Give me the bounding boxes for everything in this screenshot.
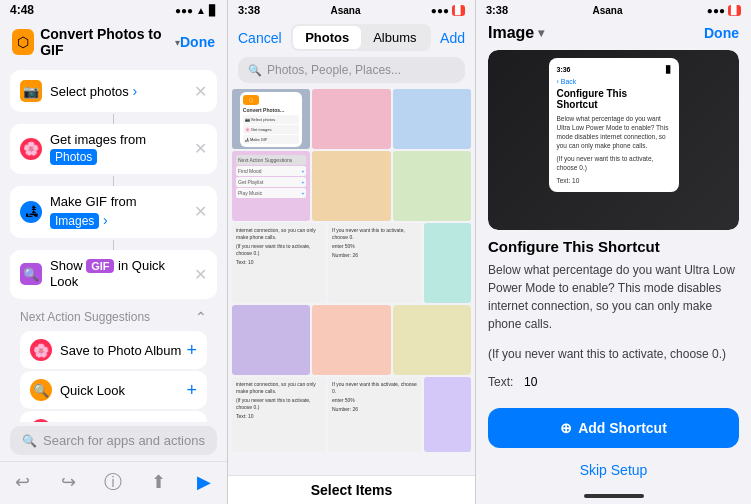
- preview-battery: ▊: [666, 66, 671, 74]
- add-suggestion-1-button[interactable]: +: [186, 340, 197, 361]
- photo-row-1: ⬡ Convert Photos... 📷 Select photos 🌸 Ge…: [232, 89, 471, 149]
- configure-input-row: Text: 10: [488, 375, 739, 389]
- done-button[interactable]: Done: [180, 34, 215, 50]
- configure-text-value[interactable]: 10: [524, 375, 537, 389]
- shortcut-app-icon: ⬡: [12, 29, 34, 55]
- close-icon-1[interactable]: ✕: [194, 82, 207, 101]
- suggestions-label: Next Action Suggestions: [20, 310, 150, 324]
- redo-icon[interactable]: ↪: [54, 468, 82, 496]
- close-icon-4[interactable]: ✕: [194, 265, 207, 284]
- preview-configure-title: Configure This Shortcut: [557, 88, 671, 110]
- undo-icon[interactable]: ↩: [9, 468, 37, 496]
- close-icon-3[interactable]: ✕: [194, 202, 207, 221]
- home-indicator: [584, 494, 644, 498]
- add-button[interactable]: Add: [440, 30, 465, 46]
- skip-setup-button[interactable]: Skip Setup: [476, 456, 751, 484]
- photo-thumb-doc-3[interactable]: internet connection, so you can only mak…: [232, 377, 326, 452]
- add-shortcut-button[interactable]: ⊕ Add Shortcut: [488, 408, 739, 448]
- suggestions-chevron-icon[interactable]: ⌃: [195, 309, 207, 325]
- add-suggestion-3-button[interactable]: +: [186, 420, 197, 422]
- tab-albums[interactable]: Albums: [361, 26, 428, 49]
- bottom-toolbar: ↩ ↪ ⓘ ⬆ ▶: [0, 461, 227, 504]
- action-show-gif[interactable]: 🔍 Show GIF in Quick Look ✕: [10, 250, 217, 300]
- suggestion-photo-album[interactable]: 🌸 Save to Photo Album +: [20, 331, 207, 369]
- suggestion-find-photos[interactable]: 🌸 Find Photos +: [20, 411, 207, 422]
- cancel-button[interactable]: Cancel: [238, 30, 282, 46]
- status-bar-1: 4:48 ●●● ▲ ▊: [0, 0, 227, 20]
- photo-thumb-doc-1[interactable]: internet connection, so you can only mak…: [232, 223, 326, 303]
- info-icon[interactable]: ⓘ: [99, 468, 127, 496]
- select-photos-text: Select photos ›: [50, 82, 137, 101]
- panel-photos: 3:38 Asana ●●● ▊ Cancel Photos Albums Ad…: [228, 0, 476, 504]
- actions-list: 📷 Select photos › ✕ 🌸 Get images fromPho…: [0, 64, 227, 422]
- search-icon-2: 🔍: [248, 64, 262, 77]
- preview-text-label: Text:: [557, 177, 571, 184]
- show-gif-text: Show GIF in Quick Look: [50, 258, 194, 292]
- suggestion-inner-2: 🔍 Quick Look: [30, 379, 125, 401]
- panel3-done-button[interactable]: Done: [704, 25, 739, 41]
- photo-thumb-4[interactable]: Next Action Suggestions Find Mood + Get …: [232, 151, 310, 221]
- configure-desc-1: Below what percentage do you want Ultra …: [488, 261, 739, 333]
- configure-desc-2: (If you never want this to activate, cho…: [488, 345, 739, 363]
- suggestion-quick-look[interactable]: 🔍 Quick Look +: [20, 371, 207, 409]
- photo-thumb-8[interactable]: [232, 305, 310, 375]
- shortcut-header: ⬡ Convert Photos to GIF ▾ Done: [0, 20, 227, 64]
- photos-search-bar[interactable]: 🔍 Photos, People, Places...: [238, 57, 465, 83]
- select-photos-icon: 📷: [20, 80, 42, 102]
- signal-icon: ●●●: [175, 5, 193, 16]
- action-inner: 📷 Select photos ›: [20, 80, 194, 102]
- signal-icon-3: ●●●: [707, 5, 725, 16]
- image-dropdown[interactable]: Image ▾: [488, 24, 544, 42]
- photo-thumb-10[interactable]: [393, 305, 471, 375]
- connector-3: [113, 240, 114, 250]
- shortcut-name: Convert Photos to GIF: [40, 26, 167, 58]
- time-1: 4:48: [10, 3, 34, 17]
- configure-content: Configure This Shortcut Below what perce…: [476, 238, 751, 408]
- share-icon[interactable]: ⬆: [145, 468, 173, 496]
- photo-thumb-5[interactable]: [312, 151, 390, 221]
- make-gif-text: Make GIF fromImages ›: [50, 194, 137, 230]
- search-input[interactable]: Search for apps and actions: [43, 433, 205, 448]
- select-items-label: Select Items: [311, 482, 393, 498]
- suggestion-photo-icon: 🌸: [30, 339, 52, 361]
- panel-configure: 3:38 Asana ●●● ▊ Image ▾ Done 3:36 ▊ ‹ B…: [476, 0, 751, 504]
- search-bar[interactable]: 🔍 Search for apps and actions: [10, 426, 217, 455]
- photo-row-4: [232, 305, 471, 375]
- photo-thumb-7[interactable]: [424, 223, 471, 303]
- photo-thumb-doc-2[interactable]: If you never want this to activate, choo…: [328, 223, 422, 303]
- action-get-images[interactable]: 🌸 Get images fromPhotos ✕: [10, 124, 217, 174]
- photo-thumb-9[interactable]: [312, 305, 390, 375]
- time-3: 3:38: [486, 4, 508, 16]
- add-suggestion-2-button[interactable]: +: [186, 380, 197, 401]
- tab-photos[interactable]: Photos: [293, 26, 361, 49]
- preview-container: 3:36 ▊ ‹ Back Configure This Shortcut Be…: [488, 50, 739, 230]
- photos-search-input[interactable]: Photos, People, Places...: [267, 63, 401, 77]
- wifi-icon: ▲: [196, 5, 206, 16]
- photo-thumb-2[interactable]: [312, 89, 390, 149]
- status-icons-1: ●●● ▲ ▊: [175, 5, 217, 16]
- close-icon-2[interactable]: ✕: [194, 139, 207, 158]
- search-icon: 🔍: [22, 434, 37, 448]
- photos-nav: Cancel Photos Albums Add: [228, 20, 475, 57]
- play-icon[interactable]: ▶: [190, 468, 218, 496]
- get-images-icon: 🌸: [20, 138, 42, 160]
- status-bar-2: 3:38 Asana ●●● ▊: [228, 0, 475, 20]
- photo-thumb-11[interactable]: [424, 377, 471, 452]
- photo-row-2: Next Action Suggestions Find Mood + Get …: [232, 151, 471, 221]
- preview-phone-status: 3:36 ▊: [557, 66, 671, 74]
- connector-1: [113, 114, 114, 124]
- photo-thumb-6[interactable]: [393, 151, 471, 221]
- photo-thumb-1[interactable]: ⬡ Convert Photos... 📷 Select photos 🌸 Ge…: [232, 89, 310, 149]
- signal-icon-2: ●●●: [431, 5, 449, 16]
- preview-configure-desc2: (If you never want this to activate, cho…: [557, 154, 671, 172]
- photo-thumb-3[interactable]: [393, 89, 471, 149]
- action-make-gif[interactable]: 🏞 Make GIF fromImages › ✕: [10, 186, 217, 238]
- action-select-photos[interactable]: 📷 Select photos › ✕: [10, 70, 217, 112]
- battery-red-icon: ▊: [452, 5, 465, 16]
- image-label: Image: [488, 24, 534, 42]
- preview-screenshot: 3:36 ▊ ‹ Back Configure This Shortcut Be…: [488, 50, 739, 230]
- photo-thumb-doc-4[interactable]: If you never want this activate, choose …: [328, 377, 422, 452]
- configure-header: Image ▾ Done: [476, 20, 751, 50]
- status-icons-2: ●●● ▊: [431, 5, 465, 16]
- suggestion-photo-label: Save to Photo Album: [60, 343, 181, 358]
